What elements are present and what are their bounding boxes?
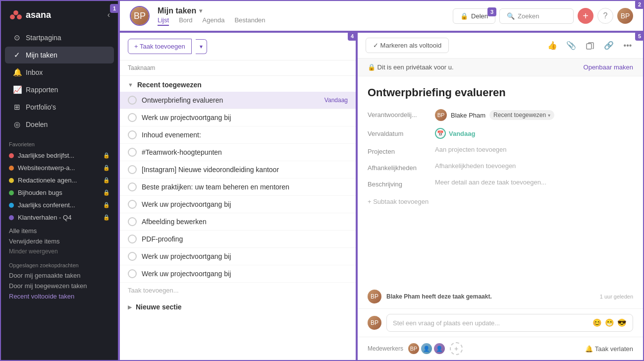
help-button[interactable]: ? [597, 8, 613, 24]
sidebar-item-startpagina[interactable]: ⊙ Startpagina [5, 29, 114, 46]
assignee-value[interactable]: BP Blake Pham Recent toegewezen ▾ [435, 109, 633, 121]
asana-logo: asana [9, 8, 51, 22]
due-date-value[interactable]: 📅 Vandaag [435, 128, 633, 139]
sidebar-item-doelen[interactable]: ◎ Doelen [5, 116, 114, 133]
task-check-4[interactable] [128, 148, 137, 157]
task-item-2[interactable]: Werk uw projectvoortgang bij [120, 109, 356, 126]
goals-icon: ◎ [13, 120, 21, 129]
favorite-item-bijhouden-bugs[interactable]: Bijhouden bugs 🔒 [1, 186, 118, 199]
header-avatar-image: BP [131, 7, 149, 25]
tab-lijst[interactable]: Lijst [158, 16, 169, 26]
task-check-5[interactable] [128, 165, 137, 174]
add-task-dropdown-button[interactable]: ▾ [196, 39, 207, 54]
sidebar-collapse-button[interactable]: ‹ [107, 10, 110, 19]
task-check-6[interactable] [128, 182, 137, 191]
task-check-1[interactable] [128, 96, 137, 105]
add-subtask-button[interactable]: + Subtaak toevoegen [368, 195, 633, 208]
new-section-row[interactable]: ▶ Nieuwe sectie [120, 298, 356, 316]
task-name-5: [Instagram] Nieuwe videorondleiding kant… [142, 166, 348, 174]
sidebar-links: Alle items Verwijderde items Minder weer… [1, 224, 118, 258]
saved-link-door-mij-gemaakte[interactable]: Door mij gemaakte taken [9, 270, 110, 281]
sidebar-item-rapporten[interactable]: 📈 Rapporten [5, 81, 114, 98]
header-title-dropdown-icon[interactable]: ▾ [199, 7, 202, 14]
saved-link-recent-voltooide[interactable]: Recent voltooide taken [9, 291, 110, 301]
checkmark-icon: ✓ [13, 51, 21, 60]
task-check-11[interactable] [128, 269, 137, 278]
projects-value[interactable]: Aan projecten toevoegen [435, 146, 633, 153]
collaborator-avatar-1: BP [407, 342, 420, 355]
show-less-link[interactable]: Minder weergeven [9, 246, 110, 256]
svg-point-0 [13, 10, 18, 15]
task-check-2[interactable] [128, 113, 137, 122]
section-badge[interactable]: Recent toegewezen ▾ [489, 110, 554, 120]
description-value[interactable]: Meer detail aan deze taak toevoegen... [435, 179, 633, 186]
copy-task-button[interactable] [583, 38, 597, 53]
more-options-button[interactable]: ••• [620, 38, 635, 53]
link-button[interactable]: 🔗 [601, 38, 616, 53]
tab-bord[interactable]: Bord [179, 16, 192, 26]
task-item-9[interactable]: PDF-proofing [120, 231, 356, 248]
private-notice: 🔒 Dit is een privétaak voor u. Openbaar … [358, 59, 643, 76]
favorite-item-jaarlijks-conferent[interactable]: Jaarlijks conferent... 🔒 [1, 199, 118, 211]
header-title: Mijn taken ▾ [158, 6, 266, 15]
task-item-8[interactable]: Afbeelding bewerken [120, 213, 356, 231]
task-item-3[interactable]: Inhoud evenement: [120, 126, 356, 144]
task-item-4[interactable]: #Teamwork-hoogtepunten [120, 144, 356, 161]
favorite-label: Jaarlijkse bedrijfst... [18, 152, 99, 159]
favorite-item-redactionele[interactable]: Redactionele agen... 🔒 [1, 174, 118, 186]
add-collaborator-button[interactable]: + [450, 342, 463, 355]
task-item-7[interactable]: Werk uw projectvoortgang bij [120, 196, 356, 213]
sidebar-item-mijn-taken[interactable]: ✓ Mijn taken [5, 47, 114, 63]
private-notice-text: 🔒 Dit is een privétaak voor u. [368, 63, 454, 71]
sidebar-item-label: Portfolio's [26, 103, 56, 111]
task-item-11[interactable]: Werk uw projectvoortgang bij [120, 265, 356, 283]
attach-button[interactable]: 📎 [564, 38, 579, 53]
search-box[interactable]: 🔍 Zoeken [499, 8, 574, 24]
task-check-8[interactable] [128, 217, 137, 226]
section-header-recent[interactable]: ▼ Recent toegewezen [120, 76, 356, 92]
task-check-7[interactable] [128, 200, 137, 209]
detail-content: Ontwerpbriefing evalueren Verantwoordeli… [358, 76, 643, 285]
user-avatar-button[interactable]: BP [617, 8, 633, 24]
favorite-item-websiteontwerp[interactable]: Websiteontwerp-a... 🔒 [1, 162, 118, 174]
detail-task-title: Ontwerpbriefing evalueren [368, 86, 633, 99]
svg-point-2 [17, 14, 22, 19]
dependencies-value[interactable]: Afhankelijkheden toevoegen [435, 162, 633, 170]
all-items-link[interactable]: Alle items [9, 226, 110, 236]
mark-complete-button[interactable]: ✓ Markeren als voltooid [366, 38, 449, 53]
task-list-badge: 4 [348, 32, 357, 41]
add-task-inline[interactable]: Taak toevoegen... [120, 283, 356, 298]
tab-agenda[interactable]: Agenda [203, 16, 225, 26]
favorite-label: Redactionele agen... [18, 177, 99, 184]
emoji2-icon[interactable]: 😁 [605, 318, 614, 327]
activity-time: 1 uur geleden [600, 294, 633, 300]
emoji3-icon[interactable]: 😎 [617, 318, 627, 327]
deleted-items-link[interactable]: Verwijderde items [9, 236, 110, 246]
leave-task-button[interactable]: 🔔 Taak verlaten [585, 345, 633, 353]
favorite-item-jaarlijkse[interactable]: Jaarlijkse bedrijfst... 🔒 [1, 149, 118, 162]
description-label: Beschrijving [368, 179, 427, 188]
sidebar-item-inbox[interactable]: 🔔 Inbox [5, 64, 114, 81]
comment-input-box[interactable]: Stel een vraag of plaats een update... 😊… [386, 314, 633, 332]
favorite-item-klantverhalen[interactable]: Klantverhalen - Q4 🔒 [1, 211, 118, 224]
make-public-button[interactable]: Openbaar maken [584, 63, 633, 71]
detail-field-dependencies: Afhankelijkheden Afhankelijkheden toevoe… [368, 162, 633, 172]
task-item-5[interactable]: [Instagram] Nieuwe videorondleiding kant… [120, 161, 356, 179]
emoji1-icon[interactable]: 😊 [592, 318, 602, 327]
task-item-10[interactable]: Werk uw projectvoortgang bij [120, 248, 356, 265]
sidebar-item-portfolios[interactable]: ⊞ Portfolio's [5, 99, 114, 116]
task-item-1[interactable]: Ontwerpbriefing evalueren Vandaag [120, 92, 356, 109]
task-check-10[interactable] [128, 252, 137, 261]
add-button[interactable]: + [578, 8, 593, 24]
tab-bestanden[interactable]: Bestanden [234, 16, 265, 26]
favorite-dot [9, 153, 14, 158]
saved-link-door-mij-toegewezen[interactable]: Door mij toegewezen taken [9, 281, 110, 291]
task-check-9[interactable] [128, 235, 137, 243]
add-task-button[interactable]: + Taak toevoegen [128, 39, 192, 54]
like-button[interactable]: 👍 [545, 38, 560, 53]
sidebar-item-label: Rapporten [26, 86, 58, 94]
saved-searches-section: Opgeslagen zoekopdrachten Door mij gemaa… [1, 258, 118, 305]
section-badge-arrow-icon: ▾ [548, 113, 550, 118]
task-check-3[interactable] [128, 130, 137, 139]
task-item-6[interactable]: Beste praktijken: uw team beheren en men… [120, 179, 356, 196]
